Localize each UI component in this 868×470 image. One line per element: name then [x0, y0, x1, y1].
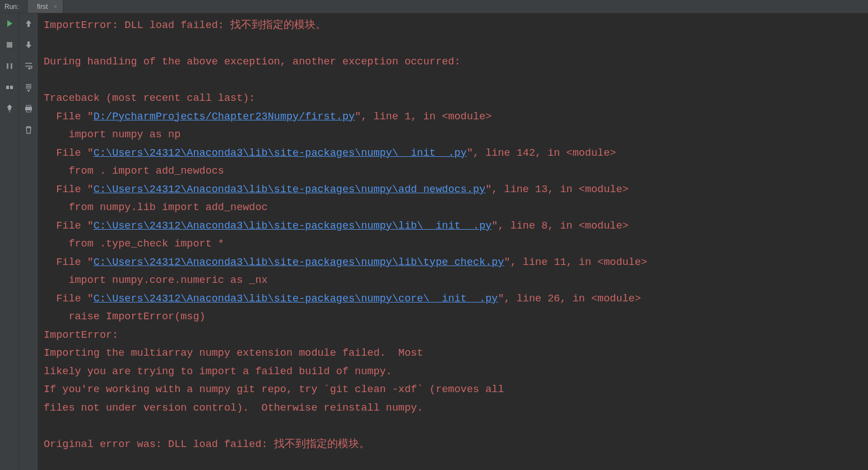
file-link[interactable]: C:\Users\24312\Anaconda3\lib\site-packag… — [94, 257, 504, 268]
file-suffix: ", line 11, in <module> — [504, 257, 647, 268]
pause-button[interactable] — [4, 61, 15, 72]
run-label: Run: — [0, 0, 28, 13]
file-suffix: ", line 26, in <module> — [498, 293, 640, 305]
file-suffix: ", line 1, in <module> — [355, 111, 491, 123]
console-line: Traceback (most recent call last): — [44, 92, 255, 104]
msg-line: likely you are trying to import a failed… — [44, 366, 392, 378]
msg-line: ImportError: — [44, 329, 124, 341]
file-prefix: File " — [44, 111, 94, 123]
file-prefix: File " — [44, 147, 94, 159]
rerun-button[interactable] — [4, 18, 15, 29]
msg-line: Importing the multiarray numpy extension… — [44, 347, 423, 359]
file-suffix: ", line 142, in <module> — [467, 147, 616, 159]
svg-rect-6 — [10, 86, 13, 89]
svg-rect-2 — [7, 42, 12, 48]
down-arrow-button[interactable] — [23, 39, 34, 50]
msg-line: Original error was: DLL load failed: 找不到… — [44, 439, 370, 450]
tab-label: first — [37, 3, 48, 11]
console-output[interactable]: ImportError: DLL load failed: 找不到指定的模块。 … — [38, 13, 868, 470]
file-prefix: File " — [44, 293, 94, 305]
file-link[interactable]: C:\Users\24312\Anaconda3\lib\site-packag… — [94, 184, 485, 196]
file-link[interactable]: C:\Users\24312\Anaconda3\lib\site-packag… — [94, 147, 467, 159]
file-prefix: File " — [44, 184, 94, 196]
svg-rect-7 — [26, 105, 31, 107]
msg-line: files not under version control). Otherw… — [44, 402, 423, 414]
close-tab-button[interactable]: × — [53, 3, 57, 11]
console-line: ImportError: DLL load failed: 找不到指定的模块。 — [44, 20, 326, 31]
scroll-end-button[interactable] — [23, 82, 34, 93]
file-prefix: File " — [44, 220, 94, 232]
file-link[interactable]: C:\Users\24312\Anaconda3\lib\site-packag… — [94, 293, 498, 305]
run-tab-first[interactable]: first × — [28, 0, 63, 13]
second-action-gutter — [19, 13, 38, 470]
svg-rect-4 — [11, 63, 12, 69]
code-line: from .type_check import * — [44, 238, 224, 250]
trash-button[interactable] — [23, 124, 34, 136]
console-line: During handling of the above exception, … — [44, 56, 461, 68]
up-arrow-button[interactable] — [23, 18, 34, 29]
file-suffix: ", line 13, in <module> — [485, 184, 628, 196]
msg-line: If you're working with a numpy git repo,… — [44, 384, 504, 395]
run-panel-header: Run: first × — [0, 0, 868, 13]
file-link[interactable]: C:\Users\24312\Anaconda3\lib\site-packag… — [94, 220, 492, 232]
print-button[interactable] — [23, 103, 34, 114]
code-line: import numpy as np — [44, 129, 180, 141]
pin-button[interactable] — [4, 103, 15, 114]
file-link[interactable]: D:/PycharmProjects/Chapter23Numpy/first.… — [94, 111, 355, 123]
svg-rect-5 — [6, 86, 9, 89]
left-action-gutter — [0, 13, 19, 470]
code-line: from . import add_newdocs — [44, 165, 224, 177]
soft-wrap-button[interactable] — [23, 61, 34, 72]
code-line: import numpy.core.numeric as _nx — [44, 274, 268, 286]
code-line: from numpy.lib import add_newdoc — [44, 202, 268, 213]
stop-button[interactable] — [4, 39, 15, 50]
run-panel-body: ImportError: DLL load failed: 找不到指定的模块。 … — [0, 13, 868, 470]
file-prefix: File " — [44, 257, 94, 268]
file-suffix: ", line 8, in <module> — [491, 220, 628, 232]
svg-rect-3 — [7, 63, 8, 69]
code-line: raise ImportError(msg) — [44, 311, 206, 323]
layout-button[interactable] — [4, 82, 15, 93]
